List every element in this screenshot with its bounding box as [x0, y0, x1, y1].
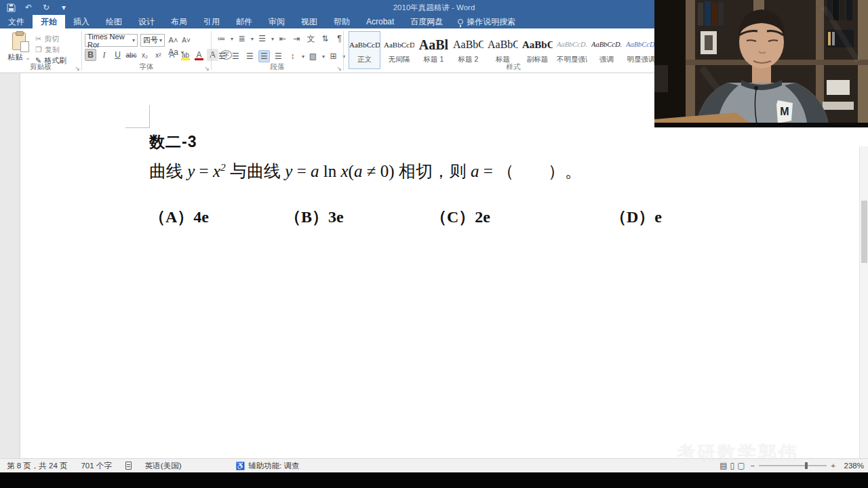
shading-icon[interactable]: ▨: [307, 50, 319, 62]
tab-design[interactable]: 设计: [130, 15, 163, 28]
chevron-down-icon: ▾: [271, 36, 274, 42]
shirt-logo-m: M: [780, 106, 789, 117]
style-sample: AaBl: [418, 36, 449, 54]
underline-icon[interactable]: U: [112, 49, 123, 61]
zoom-in-icon[interactable]: +: [831, 462, 835, 470]
multilevel-list-icon[interactable]: ☰: [256, 33, 268, 45]
tab-baidu-netdisk[interactable]: 百度网盘: [402, 15, 451, 28]
document-area[interactable]: 数二-3 曲线 y = x2 与曲线 y = a ln x(a ≠ 0) 相切，…: [0, 73, 868, 458]
lightbulb-icon: [458, 19, 463, 24]
clipboard-dialog-launcher-icon[interactable]: ↘: [75, 65, 80, 72]
increase-indent-icon[interactable]: ⇥: [291, 33, 302, 45]
font-size-combobox[interactable]: 四号▾: [140, 34, 165, 47]
undo-icon[interactable]: ↶: [23, 2, 34, 13]
chevron-down-icon: ⌄: [26, 55, 31, 61]
tell-me-search[interactable]: 操作说明搜索: [451, 15, 522, 28]
style-sample: AaBbCcD: [384, 36, 414, 54]
print-layout-icon[interactable]: ▯: [730, 461, 735, 470]
subscript-icon[interactable]: x₂: [139, 49, 151, 61]
web-layout-icon[interactable]: ▢: [737, 461, 745, 470]
style-sample: AaBbCcD.: [626, 36, 656, 54]
sort-icon[interactable]: ⇅: [319, 33, 331, 45]
customize-qat-icon[interactable]: ▾: [58, 2, 69, 13]
font-group: Times New Ror▾ 四号▾ A˄ A˅ Aa▾ B I U abc x…: [82, 28, 211, 73]
tab-mailings[interactable]: 邮件: [228, 15, 260, 28]
word-count-status[interactable]: 701 个字: [74, 461, 118, 471]
tab-acrobat[interactable]: Acrobat: [358, 15, 402, 28]
align-left-icon[interactable]: ☰: [216, 50, 227, 62]
zoom-control: − +: [751, 462, 835, 470]
zoom-slider-thumb[interactable]: [805, 462, 808, 469]
zoom-out-icon[interactable]: −: [751, 462, 755, 470]
scissors-icon: ✂: [35, 35, 41, 43]
status-bar: 第 8 页，共 24 页 701 个字 英语(美国) ♿ 辅助功能: 调查 ▤ …: [0, 458, 868, 472]
accessibility-label: 辅助功能: 调查: [248, 461, 299, 471]
paragraph-row1: ≔▾ ≣▾ ☰▾ ⇤ ⇥ 文 ⇅ ¶: [216, 33, 345, 45]
bold-icon[interactable]: B: [85, 49, 96, 61]
chevron-down-icon: ▾: [322, 54, 325, 60]
asian-layout-icon[interactable]: 文: [305, 33, 317, 45]
window-title: 2010年真题精讲 - Word: [393, 0, 475, 15]
tab-draw[interactable]: 绘图: [98, 15, 130, 28]
font-color-icon[interactable]: A: [193, 49, 205, 61]
copy-icon: ❐: [35, 45, 42, 54]
distribute-icon[interactable]: ☰: [273, 50, 284, 62]
decrease-indent-icon[interactable]: ⇤: [277, 33, 288, 45]
align-center-icon[interactable]: ☰: [230, 50, 241, 62]
proofing-status[interactable]: [119, 462, 138, 470]
bottom-black-strip: [0, 472, 868, 488]
grow-font-icon[interactable]: A˄: [167, 34, 179, 46]
highlight-color-icon[interactable]: ab: [180, 49, 191, 61]
align-right-icon[interactable]: ☰: [244, 50, 256, 62]
shrink-font-icon[interactable]: A˅: [180, 34, 192, 46]
tab-view[interactable]: 视图: [293, 15, 326, 28]
document-page[interactable]: 数二-3 曲线 y = x2 与曲线 y = a ln x(a ≠ 0) 相切，…: [20, 73, 868, 458]
font-size-value: 四号: [143, 35, 158, 45]
tab-insert[interactable]: 插入: [65, 15, 98, 28]
line-spacing-icon[interactable]: ↕: [287, 50, 298, 62]
cut-button[interactable]: ✂ 剪切: [35, 34, 59, 44]
tab-layout[interactable]: 布局: [163, 15, 195, 28]
font-name-combobox[interactable]: Times New Ror▾: [85, 34, 138, 47]
paragraph-dialog-launcher-icon[interactable]: ↘: [336, 65, 342, 72]
strikethrough-icon[interactable]: abc: [125, 49, 137, 61]
chevron-down-icon: ▾: [159, 37, 162, 43]
text-effects-icon[interactable]: A: [166, 49, 178, 61]
vertical-scrollbar[interactable]: [859, 146, 868, 458]
zoom-slider[interactable]: [759, 465, 827, 466]
tab-references[interactable]: 引用: [195, 15, 228, 28]
option-a: （A）4e: [149, 206, 209, 228]
option-b: （B）3e: [285, 206, 344, 228]
status-right-cluster: ▤ ▯ ▢ − + 238%: [719, 461, 864, 470]
scrollbar-thumb[interactable]: [861, 201, 867, 263]
numbering-icon[interactable]: ≣: [236, 33, 248, 45]
language-status[interactable]: 英语(美国): [138, 461, 189, 471]
font-name-value: Times New Ror: [87, 33, 132, 49]
view-switcher: ▤ ▯ ▢: [719, 461, 745, 470]
tab-help[interactable]: 帮助: [326, 15, 358, 28]
zoom-percentage[interactable]: 238%: [841, 462, 864, 470]
superscript-icon[interactable]: x²: [153, 49, 164, 61]
justify-icon[interactable]: ☰: [258, 50, 270, 62]
italic-icon[interactable]: I: [98, 49, 110, 61]
tab-review[interactable]: 审阅: [260, 15, 293, 28]
bullets-icon[interactable]: ≔: [216, 33, 227, 45]
webcam-video: M: [654, 0, 868, 127]
read-mode-icon[interactable]: ▤: [719, 461, 727, 470]
option-c: （C）2e: [431, 206, 490, 228]
borders-icon[interactable]: ⊞: [328, 50, 339, 62]
page-number-status[interactable]: 第 8 页，共 24 页: [0, 461, 74, 471]
paragraph-group: ≔▾ ≣▾ ☰▾ ⇤ ⇥ 文 ⇅ ¶ ☰ ☰ ☰ ☰ ☰ ↕▾ ▨▾ ⊞▾ 段落…: [212, 28, 343, 73]
copy-button[interactable]: ❐ 复制: [35, 45, 60, 55]
question-text: 曲线 y = x2 与曲线 y = a ln x(a ≠ 0) 相切，则 a =…: [149, 160, 582, 182]
font-dialog-launcher-icon[interactable]: ↘: [204, 65, 210, 72]
copy-label: 复制: [45, 45, 60, 55]
tab-file[interactable]: 文件: [0, 15, 33, 28]
redo-icon[interactable]: ↻: [41, 2, 52, 13]
save-icon[interactable]: [5, 2, 16, 13]
tab-home[interactable]: 开始: [33, 15, 65, 28]
accessibility-status[interactable]: ♿ 辅助功能: 调查: [229, 461, 307, 471]
word-window: ↶ ↻ ▾ 2010年真题精讲 - Word 文件 开始 插入 绘图 设计 布局…: [0, 0, 868, 488]
cut-label: 剪切: [44, 34, 59, 44]
chevron-down-icon: ▾: [231, 36, 233, 42]
